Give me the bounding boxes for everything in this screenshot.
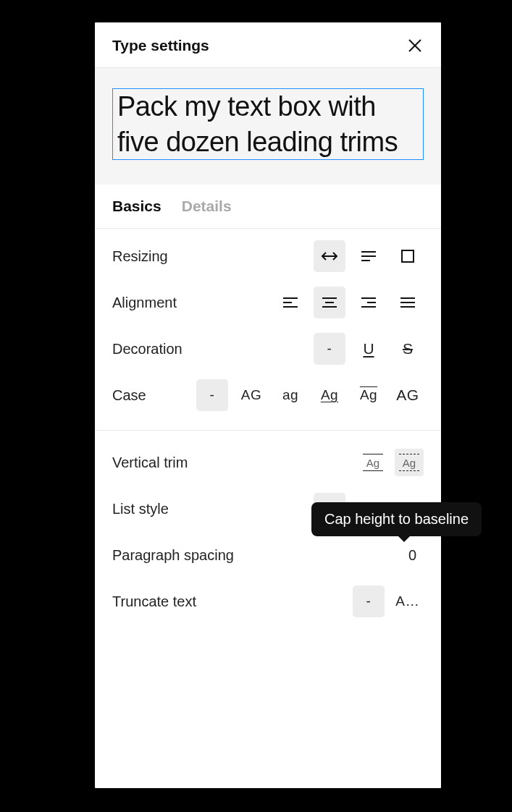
case-none[interactable]: - [196,379,228,411]
preview-area: Pack my text box with five dozen leading… [95,68,441,185]
case-lower[interactable]: ag [274,379,306,411]
row-truncate-text: Truncate text - A… [112,578,424,625]
row-vertical-trim: Vertical trim Ag Ag [112,439,424,486]
align-center[interactable] [314,287,345,318]
type-settings-panel: Type settings Pack my text box with five… [94,22,442,789]
tab-details[interactable]: Details [182,198,232,215]
paragraph-spacing-value[interactable]: 0 [408,547,424,564]
label-resizing: Resizing [112,248,168,265]
truncate-options: - A… [353,585,424,617]
align-right[interactable] [353,287,385,318]
panel-title: Type settings [112,37,209,54]
vtrim-cap-baseline[interactable]: Ag [395,449,424,476]
resize-auto-width[interactable] [314,240,345,272]
align-justify[interactable] [392,287,424,318]
align-left[interactable] [274,287,306,318]
row-alignment: Alignment [112,279,424,326]
case-forced[interactable]: Ag [353,379,385,411]
decoration-underline[interactable]: U [353,333,385,365]
case-upper[interactable]: AG [235,379,267,411]
label-case: Case [112,387,146,404]
row-decoration: Decoration - U S [112,326,424,372]
align-center-icon [321,296,338,309]
row-paragraph-spacing: Paragraph spacing 0 [112,532,424,578]
decoration-none[interactable]: - [314,333,345,365]
alignment-options [274,287,424,318]
label-alignment: Alignment [112,295,177,311]
vtrim-standard[interactable]: Ag [358,449,387,476]
close-button[interactable] [406,37,424,54]
label-truncate-text: Truncate text [112,593,196,610]
case-title[interactable]: Ag [314,379,345,411]
case-options: - AG ag Ag Ag AG [196,379,424,411]
resize-fixed[interactable] [392,240,424,272]
truncate-ellipsis[interactable]: A… [392,585,424,617]
preview-textbox[interactable]: Pack my text box with five dozen leading… [112,88,424,160]
auto-height-icon [360,249,377,263]
align-left-icon [282,296,299,309]
fixed-box-icon [400,248,416,264]
label-vertical-trim: Vertical trim [112,454,188,471]
tab-basics[interactable]: Basics [112,198,161,215]
align-right-icon [360,296,377,309]
strikethrough-icon: S [403,340,413,358]
row-resizing: Resizing [112,233,424,279]
settings-rows: Resizing [95,229,441,625]
align-justify-icon [399,296,416,309]
vtrim-standard-icon: Ag [363,454,383,471]
underline-icon: U [363,340,374,358]
svg-rect-6 [402,250,414,262]
close-icon [407,38,423,54]
tabs: Basics Details [95,185,441,229]
section-divider [95,430,441,431]
smallcaps-icon: AG [396,386,419,404]
vertical-trim-options: Ag Ag [358,449,424,476]
decoration-strikethrough[interactable]: S [392,333,424,365]
case-smallcaps[interactable]: AG [392,379,424,411]
vtrim-cap-baseline-icon: Ag [399,454,419,471]
decoration-options: - U S [314,333,424,365]
label-decoration: Decoration [112,341,182,358]
tooltip: Cap height to baseline [311,502,482,536]
arrow-horizontal-icon [320,250,339,263]
panel-header: Type settings [95,22,441,68]
row-case: Case - AG ag Ag Ag AG [112,372,424,418]
resizing-options [314,240,424,272]
resize-auto-height[interactable] [353,240,385,272]
label-list-style: List style [112,501,169,517]
label-paragraph-spacing: Paragraph spacing [112,547,234,564]
truncate-none[interactable]: - [353,585,385,617]
